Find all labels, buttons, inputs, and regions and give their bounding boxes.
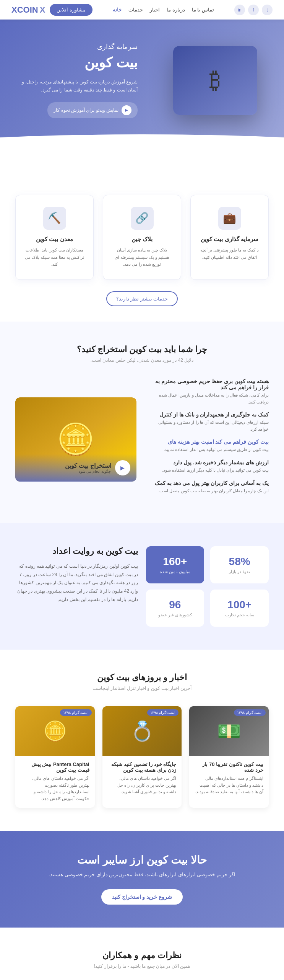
features-grid: 💼 سرمایه گذاری بیت کوین با کمک به ما طور… [15,195,269,280]
stat-box-3: +100 سایه حجم تجارت [210,590,269,627]
stats-section: 58% نفوذ در بازار +160 میلیون تامین شده … [0,523,284,650]
hero-image: ₿ [162,46,269,115]
nav-cta-button[interactable]: مشاوره آنلاین [50,4,93,16]
nav-link-about[interactable]: درباره ما [167,7,185,13]
why-point-title-1: هسته بیت کوین بری حفظ حریم خصوصی محترم ب… [148,378,269,390]
social-icons: t f in [234,5,273,15]
nav-link-home[interactable]: خانه [113,7,122,13]
stat-box-1: 58% نفوذ در بازار [210,546,269,583]
why-point-desc-5: این یک چاره را مقابل کاربران بهتر به صله… [148,488,269,495]
hero-description: شروع آموزش درباره بیت کوین با پیشنهادهای… [15,78,138,95]
hero-cta-button[interactable]: ▶ نمایش ویدئو برای آموزش نحوه کار [47,102,138,118]
news-title-2: جایگاه خود را تضمین کنید شبکه زدن برای ه… [108,761,177,773]
features-more-button[interactable]: خدمات بیشتر نظر دارید؟ [106,291,178,306]
why-point-desc-3: بیت کوین از طریق سیستم می توانید پس اندا… [148,446,269,453]
video-label-text: استخراج بیت کوین چگونه انجام می شود [65,462,111,474]
nav-link-news[interactable]: اخبار [150,7,160,13]
stat-label-2: میلیون تامین شده [155,569,195,574]
hero-coin-icon: ₿ [209,67,221,93]
news-grid: 💵 اینستاگرام ۱۳۹۸ بیت کوین تاکنون تقریبا… [15,706,269,807]
nav-link-contact[interactable]: تماس با ما [192,7,214,13]
news-date-1: اینستاگرام ۱۳۹۸ [234,709,266,716]
news-subtitle: آخرین اخبار بیت کوین و اخبار تنزل استاند… [15,686,269,691]
video-play-button[interactable]: ▶ [115,460,130,475]
cta-subtitle: اگر حریم خصوصی ابزارهای ابزارهای باشند، … [15,871,269,879]
why-point-title-2: کمک به جلوگیری از هجمهداران و بانک ها از… [148,412,269,418]
why-point-title-4: ارزش های بیشمار دیگر ذخیره شد. پول دارد [148,459,269,466]
feature-title-3: معدن بیت کوین [23,236,86,243]
feature-card-1: 💼 سرمایه گذاری بیت کوین با کمک به ما طور… [190,195,269,280]
navbar: t f in تماس با ما درباره ما اخبار خدمات … [0,0,284,20]
news-title-3: Pantera Capital بیش پیش قیمت بیت کوین [21,761,89,773]
hero-wave [0,134,284,157]
video-sublabel: چگونه انجام می شود [65,469,111,474]
hero-subtitle: سرمایه گذاری [15,42,138,51]
stat-value-4: 96 [155,599,195,611]
feature-icon-1: 💼 [218,207,241,230]
nav-links: تماس با ما درباره ما اخبار خدمات خانه [113,7,214,13]
stat-value-1: 58% [219,555,260,568]
why-point-1: هسته بیت کوین بری حفظ حریم خصوصی محترم ب… [148,378,269,405]
features-more: خدمات بیشتر نظر دارید؟ [15,291,269,306]
feature-desc-2: بلاک چین به پیاده سازی آسان هستیم و یک س… [111,247,173,268]
hero-section: ₿ سرمایه گذاری بیت کوین شروع آموزش دربار… [0,20,284,157]
feature-desc-3: معدنکاران بیت کوین باید اطلاعات تراکنش ب… [23,247,86,268]
news-date-3: اینستاگرام ۱۳۹۸ [60,709,92,716]
news-desc-3: اگر می خواهید داستان های مالی، بهترین طو… [21,775,89,802]
news-desc-2: اگر می خواهید داستان های مالی، بهترین حا… [108,775,177,795]
news-date-2: اینستاگرام ۱۳۹۸ [147,709,179,716]
hero-cta-label: نمایش ویدئو برای آموزش نحوه کار [54,108,118,113]
play-icon: ▶ [122,105,131,115]
video-coin-icon: 🪙 [57,421,95,457]
news-desc-1: اینستاگرام همه استانداردهای مالی داشتند … [195,775,263,795]
feature-icon-3: ⛏️ [43,207,66,230]
feature-title-2: بلاک چین [111,236,173,243]
hero-illustration: ₿ [173,46,257,115]
why-video: 🪙 ▶ استخراج بیت کوین چگونه انجام می شود [15,397,136,482]
news-img-2: 💍 اینستاگرام ۱۳۹۸ [102,706,182,756]
video-placeholder: 🪙 ▶ استخراج بیت کوین چگونه انجام می شود [15,397,136,482]
video-overlay: ▶ استخراج بیت کوین چگونه انجام می شود [15,454,136,482]
feature-icon-2: 🔗 [131,207,154,230]
why-point-3: بیت کوین فراهم می کند امنیت بهتر هزینه ه… [148,439,269,453]
news-body-2: جایگاه خود را تضمین کنید شبکه زدن برای ه… [102,756,182,801]
hero-text: سرمایه گذاری بیت کوین شروع آموزش درباره … [15,42,138,118]
stats-numbers: 58% نفوذ در بازار +160 میلیون تامین شده … [146,546,269,627]
why-point-4: ارزش های بیشمار دیگر ذخیره شد. پول دارد … [148,459,269,474]
social-telegram[interactable]: t [262,5,273,15]
stat-label-3: سایه حجم تجارت [219,612,260,617]
why-point-desc-4: بیت کوین می توانید برای تبادل با کلیه دی… [148,467,269,474]
hero-title: بیت کوین [15,54,138,72]
news-card-1: 💵 اینستاگرام ۱۳۹۸ بیت کوین تاکنون تقریبا… [189,706,269,807]
testimonials-subtitle: همین الان در میان جمع ما باشید - ما را ب… [15,964,269,969]
navbar-logo: XXCOIN [11,5,45,15]
stat-value-3: +100 [219,599,260,611]
stats-text: بیت کوین به روایت اعداد بیت کوین اولین ر… [15,546,138,604]
social-facebook[interactable]: f [248,5,259,15]
stat-box-2: +160 میلیون تامین شده [146,546,204,583]
why-point-desc-2: شبکه ارزهای دیجیتالی این است که آن ها را… [148,419,269,433]
video-title: استخراج بیت کوین [65,462,111,469]
news-section: اخبار و بروزهای بیت کوین آخرین اخبار بیت… [0,650,284,830]
feature-desc-1: با کمک به ما طور پیشرفتی بر آنچه اتفاق م… [198,247,261,261]
feature-card-2: 🔗 بلاک چین بلاک چین به پیاده سازی آسان ه… [103,195,181,280]
nav-link-services[interactable]: خدمات [128,7,143,13]
why-mine-section: چرا شما باید بیت کوین استخراج کنید؟ دلای… [0,322,284,523]
news-title: اخبار و بروزهای بیت کوین [15,673,269,683]
news-title-1: بیت کوین تاکنون تقریبا 70 بار خرد شده [195,761,263,773]
news-body-3: Pantera Capital بیش پیش قیمت بیت کوین اگ… [15,756,95,807]
features-section: 💼 سرمایه گذاری بیت کوین با کمک به ما طور… [0,157,284,322]
stats-grid: 58% نفوذ در بازار +160 میلیون تامین شده … [15,546,269,627]
why-mine-title: چرا شما باید بیت کوین استخراج کنید؟ [15,345,269,354]
news-card-2: 💍 اینستاگرام ۱۳۹۸ جایگاه خود را تضمین کن… [102,706,182,807]
why-point-desc-1: برای کامی، شبکه فعال را به مداخلات مبدل … [148,392,269,405]
news-card-3: 🪙 اینستاگرام ۱۳۹۸ Pantera Capital بیش پی… [15,706,95,807]
why-points: هسته بیت کوین بری حفظ حریم خصوصی محترم ب… [148,378,269,500]
feature-title-1: سرمایه گذاری بیت کوین [198,236,261,243]
why-point-2: کمک به جلوگیری از هجمهداران و بانک ها از… [148,412,269,433]
social-linkedin[interactable]: in [234,5,245,15]
news-body-1: بیت کوین تاکنون تقریبا 70 بار خرد شده ای… [189,756,269,801]
cta-title: حالا بیت کوین ارز سایبر است [15,854,269,866]
cta-main-button[interactable]: شروع خرید و استخراج کنید [101,889,183,905]
cta-banner: حالا بیت کوین ارز سایبر است اگر حریم خصو… [0,831,284,928]
